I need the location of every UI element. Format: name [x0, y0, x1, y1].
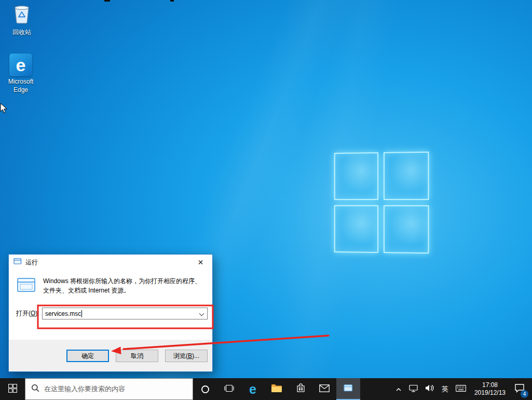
speaker-icon	[425, 384, 434, 394]
edge-taskbar-icon: e	[249, 383, 256, 396]
network-status-button[interactable]	[405, 378, 421, 400]
windows-logo-pane	[384, 205, 429, 254]
mail-envelope-icon	[319, 384, 330, 394]
search-icon	[31, 384, 39, 394]
text-caret	[81, 310, 82, 317]
run-dialog: 运行 × Windows 将根据你所输入的名称，为你打开相应的程序、 文件夹、文…	[8, 254, 213, 372]
network-icon	[409, 384, 418, 394]
close-icon[interactable]: ×	[189, 255, 212, 270]
run-input-value: services.msc	[45, 310, 81, 317]
run-dialog-footer: 确定 取消 浏览(B)...	[9, 340, 212, 371]
start-button[interactable]	[0, 378, 25, 400]
recycle-bin-label: 回收站	[12, 29, 31, 37]
taskbar-run-button-active[interactable]	[336, 378, 360, 400]
ok-button[interactable]: 确定	[66, 350, 109, 362]
chevron-up-icon	[395, 384, 402, 394]
run-description: Windows 将根据你所输入的名称，为你打开相应的程序、 文件夹、文档或 In…	[43, 276, 201, 296]
clock-date: 2019/12/13	[474, 389, 506, 397]
cancel-button[interactable]: 取消	[116, 350, 158, 362]
windows-start-icon	[8, 384, 17, 395]
ime-indicator: 英	[442, 384, 448, 394]
open-label: 打开(O):	[16, 309, 42, 318]
run-window-icon	[344, 384, 353, 394]
windows-logo-pane	[334, 205, 378, 253]
open-label-suffix: ):	[35, 310, 39, 317]
notification-badge: 4	[521, 390, 528, 398]
windows-logo	[334, 152, 429, 254]
run-body-icon	[16, 276, 37, 296]
edge-icon: e	[9, 54, 32, 76]
windows-logo-pane	[334, 152, 378, 200]
run-description-line2: 文件夹、文档或 Internet 资源。	[43, 286, 201, 295]
run-description-line1: Windows 将根据你所输入的名称，为你打开相应的程序、	[43, 276, 201, 286]
browse-label-prefix: 浏览(	[173, 352, 188, 361]
taskbar-store-button[interactable]	[289, 378, 312, 400]
mouse-cursor-icon	[0, 103, 8, 116]
cortana-button[interactable]	[193, 378, 217, 400]
notification-center-button[interactable]: 4	[510, 378, 532, 400]
taskbar-mail-button[interactable]	[312, 378, 336, 400]
store-bag-icon	[296, 383, 305, 395]
folder-icon	[271, 384, 282, 395]
run-icon	[13, 258, 22, 267]
run-dialog-title: 运行	[25, 258, 38, 267]
ime-language-button[interactable]: 英	[438, 378, 452, 400]
browse-button[interactable]: 浏览(B)...	[165, 350, 208, 362]
run-input[interactable]: services.msc	[42, 308, 208, 319]
desktop-icon-microsoft-edge[interactable]: e Microsoft Edge	[4, 54, 37, 94]
taskbar-search-box[interactable]: 在这里输入你要搜索的内容	[25, 378, 193, 400]
tray-expand-button[interactable]	[392, 378, 405, 400]
cortana-icon	[201, 385, 209, 393]
chevron-down-icon[interactable]	[199, 311, 204, 316]
task-view-icon	[224, 384, 234, 394]
open-label-mnemonic: O	[31, 310, 35, 317]
clock-time: 17:08	[474, 381, 506, 389]
system-tray: 英 17:08 2019/12/13 4	[392, 378, 532, 400]
taskbar-clock[interactable]: 17:08 2019/12/13	[470, 381, 510, 397]
edge-label: Microsoft Edge	[4, 78, 37, 94]
taskbar-file-explorer-button[interactable]	[265, 378, 289, 400]
windows-logo-pane	[384, 152, 429, 200]
browse-label-mnemonic: B	[188, 352, 192, 359]
task-view-button[interactable]	[217, 378, 241, 400]
edge-icon-glyph: e	[16, 56, 26, 74]
taskbar-edge-button[interactable]: e	[241, 378, 265, 400]
search-placeholder: 在这里输入你要搜索的内容	[44, 384, 125, 394]
taskbar: 在这里输入你要搜索的内容 e	[0, 378, 532, 400]
volume-button[interactable]	[421, 378, 438, 400]
desktop-icon-recycle-bin[interactable]: 回收站	[5, 3, 38, 37]
touch-keyboard-button[interactable]	[452, 378, 470, 400]
recycle-bin-icon	[11, 3, 32, 27]
screenshot-artifact	[104, 0, 110, 2]
run-dialog-titlebar[interactable]: 运行 ×	[9, 255, 212, 270]
open-label-prefix: 打开(	[16, 310, 31, 317]
screenshot-artifact	[170, 0, 174, 2]
touch-keyboard-icon	[456, 384, 466, 394]
browse-label-suffix: )...	[192, 352, 199, 359]
